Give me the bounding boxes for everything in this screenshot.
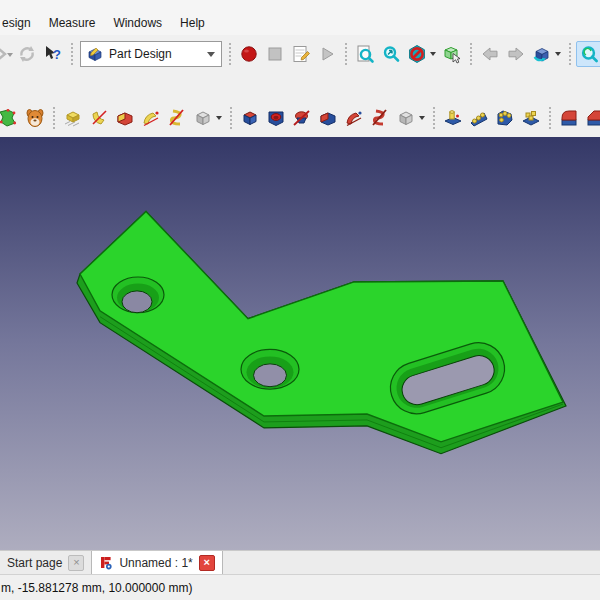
- pad-icon: [63, 108, 83, 128]
- macro-play-icon: [317, 44, 337, 64]
- pocket-icon: [240, 108, 260, 128]
- refresh-button[interactable]: [14, 41, 40, 67]
- toolbar-gap: [0, 73, 600, 99]
- part-hole-1: [112, 277, 164, 313]
- zoom-selection-icon: [381, 44, 401, 64]
- subtractive-primitive-dropdown[interactable]: [419, 116, 425, 120]
- toolbar-overflow-button[interactable]: [0, 41, 14, 67]
- separator: [549, 107, 551, 129]
- fillet-button[interactable]: [556, 105, 582, 131]
- subtractive-primitive-button[interactable]: [393, 105, 419, 131]
- menu-windows[interactable]: Windows: [104, 12, 171, 34]
- additive-loft-icon: [115, 108, 135, 128]
- macro-play-button[interactable]: [314, 41, 340, 67]
- navigate-back-button[interactable]: [477, 41, 503, 67]
- macro-stop-button[interactable]: [262, 41, 288, 67]
- revolution-button[interactable]: [86, 105, 112, 131]
- axonometric-view-button[interactable]: [529, 41, 555, 67]
- fit-all-icon: [579, 44, 599, 64]
- toolbar-row-1: ? Part Design: [0, 35, 600, 73]
- tab-unnamed-document-close-icon[interactable]: ×: [199, 555, 215, 571]
- subtractive-loft-button[interactable]: [315, 105, 341, 131]
- additive-primitive-button[interactable]: [190, 105, 216, 131]
- draw-style-dropdown[interactable]: [430, 52, 436, 56]
- separator: [569, 43, 571, 65]
- check-geometry-icon: [0, 108, 19, 128]
- mirrored-button[interactable]: [440, 105, 466, 131]
- separator: [53, 107, 55, 129]
- groove-button[interactable]: [289, 105, 315, 131]
- additive-loft-button[interactable]: [112, 105, 138, 131]
- multitransform-button[interactable]: [518, 105, 544, 131]
- axonometric-view-icon: [532, 44, 552, 64]
- map-sketch-icon: [25, 108, 45, 128]
- 3d-scene[interactable]: [0, 137, 600, 550]
- fit-all-button[interactable]: [576, 41, 600, 67]
- fit-document-button[interactable]: [352, 41, 378, 67]
- subtractive-helix-icon: [370, 108, 390, 128]
- macro-record-button[interactable]: [236, 41, 262, 67]
- subtractive-pipe-icon: [344, 108, 364, 128]
- box-selection-button[interactable]: [439, 41, 465, 67]
- workbench-selector[interactable]: Part Design: [80, 41, 222, 67]
- subtractive-loft-icon: [318, 108, 338, 128]
- separator: [345, 43, 347, 65]
- separator: [230, 107, 232, 129]
- linear-pattern-icon: [469, 108, 489, 128]
- hole-button[interactable]: [263, 105, 289, 131]
- whats-this-button[interactable]: ?: [40, 41, 66, 67]
- toolbar-overflow-icon: [0, 44, 14, 64]
- menu-design[interactable]: esign: [0, 12, 40, 34]
- pocket-button[interactable]: [237, 105, 263, 131]
- macro-record-icon: [239, 44, 259, 64]
- macro-edit-icon: [291, 44, 311, 64]
- tab-start-page-close-icon[interactable]: ×: [68, 555, 84, 571]
- subtractive-pipe-button[interactable]: [341, 105, 367, 131]
- map-sketch-button[interactable]: [22, 105, 48, 131]
- separator: [71, 43, 73, 65]
- draw-style-icon: [407, 44, 427, 64]
- draw-style-button[interactable]: [404, 41, 430, 67]
- part-hole-2: [241, 349, 299, 389]
- macro-edit-button[interactable]: [288, 41, 314, 67]
- status-coordinates: m, -15.881278 mm, 10.000000 mm): [1, 581, 192, 595]
- mirrored-icon: [443, 108, 463, 128]
- check-geometry-button[interactable]: [0, 105, 22, 131]
- additive-pipe-button[interactable]: [138, 105, 164, 131]
- groove-icon: [292, 108, 312, 128]
- freecad-window: esign Measure Windows Help ?: [0, 0, 600, 600]
- subtractive-helix-button[interactable]: [367, 105, 393, 131]
- additive-primitive-dropdown[interactable]: [216, 116, 222, 120]
- separator: [470, 43, 472, 65]
- chamfer-button[interactable]: [582, 105, 600, 131]
- separator: [229, 43, 231, 65]
- tab-start-page[interactable]: Start page ×: [0, 551, 91, 574]
- freecad-document-icon: [99, 556, 113, 570]
- forward-arrow-icon: [506, 44, 526, 64]
- additive-helix-button[interactable]: [164, 105, 190, 131]
- menu-help[interactable]: Help: [171, 12, 214, 34]
- separator: [433, 107, 435, 129]
- macro-stop-icon: [265, 44, 285, 64]
- tab-unnamed-document[interactable]: Unnamed : 1* ×: [91, 551, 222, 574]
- zoom-selection-button[interactable]: [378, 41, 404, 67]
- chamfer-icon: [585, 108, 600, 128]
- workbench-icon: [87, 46, 103, 62]
- refresh-icon: [17, 44, 37, 64]
- subtractive-primitive-cube-icon: [396, 108, 416, 128]
- axonometric-view-dropdown[interactable]: [555, 52, 561, 56]
- linear-pattern-button[interactable]: [466, 105, 492, 131]
- polar-pattern-button[interactable]: [492, 105, 518, 131]
- pad-button[interactable]: [60, 105, 86, 131]
- navigate-forward-button[interactable]: [503, 41, 529, 67]
- menu-measure[interactable]: Measure: [40, 12, 105, 34]
- additive-helix-icon: [167, 108, 187, 128]
- status-bar: m, -15.881278 mm, 10.000000 mm): [0, 574, 600, 600]
- fit-document-icon: [355, 44, 375, 64]
- 3d-viewport[interactable]: [0, 137, 600, 550]
- revolution-icon: [89, 108, 109, 128]
- toolbar-row-2: [0, 99, 600, 137]
- fillet-icon: [559, 108, 579, 128]
- document-tab-bar: Start page × Unnamed : 1* ×: [0, 550, 600, 574]
- back-arrow-icon: [480, 44, 500, 64]
